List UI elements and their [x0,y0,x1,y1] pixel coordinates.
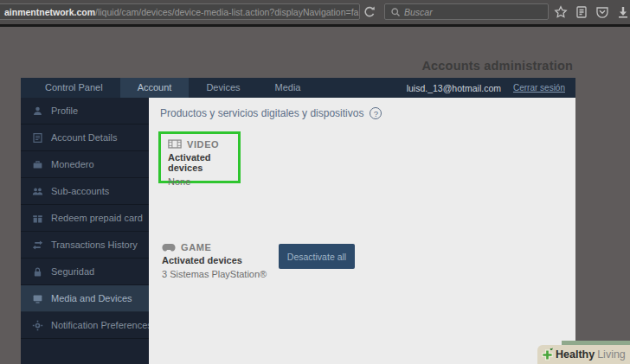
download-icon[interactable] [616,5,630,19]
watermark-text-bold: Healthy [556,348,595,361]
sidebar-item-monedero[interactable]: Monedero [21,151,149,178]
gamepad-icon [162,243,176,252]
bookmark-star-icon[interactable] [554,5,568,19]
search-icon [390,7,401,17]
game-devices-value: 3 Sistemas PlayStation® [162,269,267,279]
sidebar-item-transactions-history[interactable]: Transactions History [21,232,149,259]
video-section-highlighted: VIDEO Activated devices None [158,131,241,183]
game-section-head: GAME [162,242,267,252]
wallet-icon [32,159,43,170]
lock-icon [32,266,43,278]
page-background: Accounts administration Control Panel Ac… [0,27,630,364]
app-body: Profile Account Details Monedero [21,98,575,364]
sidebar-item-sub-accounts[interactable]: Sub-accounts [21,178,149,205]
sidebar-item-label: Media and Devices [51,293,132,303]
document-icon [32,132,43,144]
health-cross-icon [540,348,555,362]
video-section-label: VIDEO [187,139,219,150]
gift-icon [32,213,43,224]
gear-icon [32,320,43,331]
watermark-text-light: Living [597,348,626,361]
logout-link[interactable]: Cerrar sesión [513,83,565,93]
tab-control-panel[interactable]: Control Panel [28,78,120,98]
sidebar-item-label: Redeem prepaid card [51,213,143,223]
refresh-icon[interactable] [363,5,376,19]
user-icon [32,105,43,117]
url-bar[interactable]: ainmentnetwork.com/liquid/cam/devices/de… [0,3,360,20]
account-info: luisd._13@hotmail.com Cerrar sesión [407,83,575,93]
transfer-arrows-icon [32,239,43,251]
tab-media[interactable]: Media [258,78,318,98]
sidebar-item-account-details[interactable]: Account Details [21,125,149,151]
toolbar-buttons [554,5,630,19]
sidebar-item-label: Account Details [51,132,117,143]
healthy-living-watermark: Healthy Living [537,345,630,364]
sidebar-item-media-and-devices[interactable]: Media and Devices [21,285,149,312]
content-heading-text: Productos y servicios digitales y dispos… [160,107,363,119]
sidebar-item-label: Seguridad [51,266,94,277]
url-path: /liquid/cam/devices/device-media-list.ac… [95,7,360,17]
screen-icon [32,293,43,304]
sidebar-item-label: Transactions History [51,239,138,250]
tab-account[interactable]: Account [120,78,190,98]
account-admin-panel: Control Panel Account Devices Media luis… [21,78,575,364]
video-section-head: VIDEO [168,138,231,150]
film-icon [168,138,182,150]
help-icon[interactable]: ? [370,107,382,119]
browser-toolbar: ainmentnetwork.com/liquid/cam/devices/de… [0,0,630,24]
main-content: Productos y servicios digitales y dispos… [149,98,575,364]
sidebar-item-label: Monedero [51,159,94,169]
content-heading: Productos y servicios digitales y dispos… [160,107,382,119]
sidebar: Profile Account Details Monedero [21,98,149,364]
sidebar-item-label: Notification Preferences [51,320,152,330]
sidebar-item-seguridad[interactable]: Seguridad [21,259,149,285]
url-host: ainmentnetwork.com [4,7,95,17]
search-input[interactable] [404,7,543,17]
users-icon [32,186,43,197]
tab-devices[interactable]: Devices [189,78,257,98]
bookmarks-list-icon[interactable] [575,5,588,19]
game-section-label: GAME [181,242,211,252]
user-email: luisd._13@hotmail.com [407,83,501,93]
search-box [384,3,549,20]
sidebar-item-redeem-prepaid-card[interactable]: Redeem prepaid card [21,205,149,232]
game-section: GAME Activated devices 3 Sistemas PlaySt… [162,242,267,279]
video-devices-value: None [168,176,231,187]
sidebar-item-profile[interactable]: Profile [21,98,149,125]
game-activated-devices-label: Activated devices [162,255,267,265]
sidebar-item-label: Profile [51,105,78,116]
deactivate-all-button[interactable]: Desactivate all [279,244,355,269]
page-title: Accounts administration [421,59,573,73]
video-activated-devices-label: Activated devices [168,152,231,173]
sidebar-item-label: Sub-accounts [51,186,109,196]
app-header-bar: Control Panel Account Devices Media luis… [21,78,575,98]
sidebar-item-notification-preferences[interactable]: Notification Preferences [21,312,149,339]
nav-tabs: Control Panel Account Devices Media [28,78,318,98]
pocket-icon[interactable] [595,5,609,19]
